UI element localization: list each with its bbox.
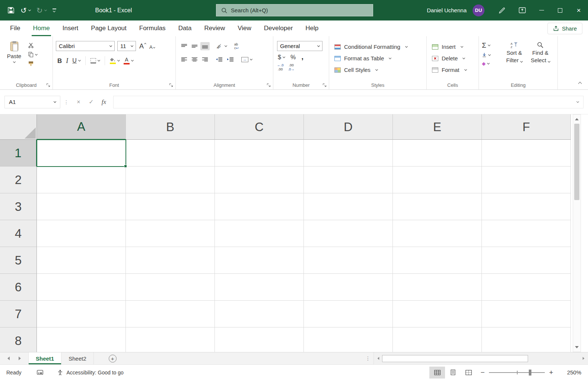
column-header-B[interactable]: B — [126, 114, 215, 140]
cell-F6[interactable] — [482, 274, 571, 301]
new-sheet-button[interactable]: + — [109, 355, 117, 362]
decrease-indent-button[interactable] — [214, 56, 224, 63]
zoom-slider-thumb[interactable] — [529, 370, 531, 376]
cell-A7[interactable] — [37, 301, 126, 327]
sort-filter-button[interactable]: AZ Sort & Filter — [502, 41, 527, 66]
number-format-select[interactable]: General — [277, 41, 322, 51]
clear-button[interactable]: ◆ — [482, 61, 500, 66]
insert-cells-button[interactable]: Insert — [430, 41, 476, 53]
formula-input[interactable] — [113, 96, 584, 108]
cell-E8[interactable] — [393, 327, 482, 352]
cell-C5[interactable] — [215, 247, 304, 274]
cancel-button[interactable]: × — [72, 99, 85, 105]
align-middle-button[interactable] — [190, 42, 199, 50]
orientation-button[interactable]: ab — [214, 42, 228, 51]
align-center-button[interactable] — [190, 56, 199, 64]
number-dialog-launcher[interactable] — [322, 83, 327, 87]
row-header-3[interactable]: 3 — [0, 193, 37, 220]
scroll-up-button[interactable] — [575, 115, 579, 124]
minimize-button[interactable] — [532, 0, 551, 20]
cell-C8[interactable] — [215, 327, 304, 352]
cell-A1[interactable] — [37, 140, 126, 167]
tab-file[interactable]: File — [4, 20, 26, 36]
maximize-button[interactable] — [551, 0, 569, 20]
decrease-font-size-button[interactable]: A — [149, 43, 155, 50]
zoom-in-button[interactable]: + — [545, 368, 557, 377]
close-button[interactable]: × — [569, 0, 588, 20]
ink-button[interactable] — [492, 0, 512, 20]
tab-developer[interactable]: Developer — [258, 20, 299, 36]
column-header-F[interactable]: F — [482, 114, 571, 140]
cell-B7[interactable] — [126, 301, 215, 327]
clipboard-dialog-launcher[interactable] — [46, 83, 50, 87]
row-header-1[interactable]: 1 — [0, 140, 37, 167]
cell-styles-button[interactable]: Cell Styles — [332, 64, 423, 76]
cut-button[interactable] — [28, 43, 37, 48]
cell-B6[interactable] — [126, 274, 215, 301]
format-as-table-button[interactable]: Format as Table — [332, 53, 423, 64]
tab-splitter-handle[interactable]: ⋮ — [362, 352, 374, 364]
bold-button[interactable]: B — [57, 58, 62, 64]
increase-font-size-button[interactable]: A — [139, 43, 146, 50]
align-top-button[interactable] — [179, 42, 189, 50]
zoom-out-button[interactable]: − — [476, 368, 489, 377]
ribbon-display-options-button[interactable] — [512, 0, 532, 20]
cell-F5[interactable] — [482, 247, 571, 274]
font-size-select[interactable]: 11 — [117, 41, 136, 51]
row-header-8[interactable]: 8 — [0, 327, 37, 352]
align-left-button[interactable] — [179, 56, 189, 64]
copy-button[interactable] — [28, 52, 37, 57]
column-header-D[interactable]: D — [304, 114, 393, 140]
zoom-level[interactable]: 250% — [560, 369, 581, 376]
tab-help[interactable]: Help — [299, 20, 325, 36]
font-name-select[interactable]: Calibri — [56, 41, 115, 51]
cell-A2[interactable] — [37, 167, 126, 193]
conditional-formatting-button[interactable]: Conditional Formatting — [332, 41, 423, 53]
comma-style-button[interactable]: , — [301, 55, 303, 59]
customize-quick-access-toolbar-button[interactable] — [53, 9, 56, 12]
column-header-C[interactable]: C — [215, 114, 304, 140]
cell-D6[interactable] — [304, 274, 393, 301]
cell-E5[interactable] — [393, 247, 482, 274]
zoom-slider[interactable] — [489, 367, 545, 379]
decrease-decimal-button[interactable]: .00.0→ — [288, 63, 294, 72]
align-bottom-button[interactable] — [200, 42, 210, 50]
cell-F4[interactable] — [482, 220, 571, 247]
tab-review[interactable]: Review — [198, 20, 232, 36]
horizontal-scroll-thumb[interactable] — [382, 355, 528, 362]
tab-formulas[interactable]: Formulas — [133, 20, 172, 36]
paste-button[interactable]: Paste — [4, 41, 25, 67]
row-header-5[interactable]: 5 — [0, 247, 37, 274]
share-button[interactable]: Share — [547, 23, 582, 34]
expand-formula-bar-icon[interactable] — [576, 100, 579, 102]
formula-bar-handle[interactable]: ⋮ — [64, 99, 69, 105]
sheet-tab-sheet1[interactable]: Sheet1 — [28, 352, 61, 364]
undo-button[interactable]: ↺ — [20, 7, 31, 14]
cell-C7[interactable] — [215, 301, 304, 327]
cell-F2[interactable] — [482, 167, 571, 193]
cell-D1[interactable] — [304, 140, 393, 167]
cell-B8[interactable] — [126, 327, 215, 352]
tab-data[interactable]: Data — [172, 20, 198, 36]
user-name[interactable]: Daniel Uchenna — [427, 7, 467, 13]
cell-D7[interactable] — [304, 301, 393, 327]
cell-F1[interactable] — [482, 140, 571, 167]
select-all-button[interactable] — [0, 114, 37, 140]
cell-E4[interactable] — [393, 220, 482, 247]
align-right-button[interactable] — [200, 56, 210, 64]
increase-decimal-button[interactable]: ←.0.00 — [277, 63, 283, 72]
cell-E6[interactable] — [393, 274, 482, 301]
cell-B4[interactable] — [126, 220, 215, 247]
cell-A5[interactable] — [37, 247, 126, 274]
tab-page-layout[interactable]: Page Layout — [85, 20, 133, 36]
fill-handle[interactable] — [124, 165, 127, 168]
tab-insert[interactable]: Insert — [56, 20, 85, 36]
insert-function-button[interactable]: fx — [98, 98, 110, 106]
cell-A4[interactable] — [37, 220, 126, 247]
format-cells-button[interactable]: Format — [430, 64, 476, 76]
column-header-A[interactable]: A — [37, 114, 126, 140]
percent-style-button[interactable]: % — [290, 54, 296, 60]
cell-C6[interactable] — [215, 274, 304, 301]
cell-B3[interactable] — [126, 193, 215, 220]
collapse-ribbon-button[interactable] — [579, 80, 581, 86]
